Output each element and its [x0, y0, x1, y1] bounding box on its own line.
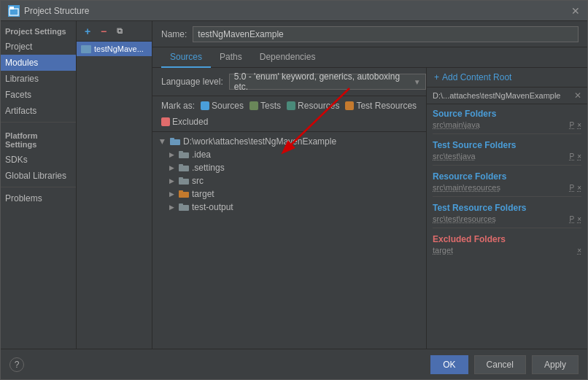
- file-tree[interactable]: ▶ D:\work\attaches\testNgMavenExample ▶ …: [152, 132, 426, 349]
- add-module-button[interactable]: +: [81, 25, 94, 38]
- excluded-folders-section: Excluded Folders target ×: [427, 230, 587, 257]
- excluded-remove-button[interactable]: ×: [577, 247, 581, 255]
- test-resource-remove-button[interactable]: ×: [577, 215, 581, 223]
- tab-dependencies[interactable]: Dependencies: [251, 47, 325, 68]
- svg-rect-9: [179, 177, 183, 179]
- sidebar-item-facets[interactable]: Facets: [1, 87, 76, 103]
- resource-folders-section: Resource Folders src\main\resources P ×: [427, 167, 587, 195]
- chevron-down-icon: ▼: [414, 78, 421, 86]
- mark-as-row: Mark as: Sources Tests Res: [152, 96, 426, 132]
- ok-button[interactable]: OK: [430, 355, 468, 374]
- test-resource-p-button[interactable]: P: [569, 215, 574, 223]
- sidebar-item-artifacts[interactable]: Artifacts: [1, 103, 76, 119]
- sidebar-item-modules[interactable]: Modules: [1, 55, 76, 71]
- test-source-folders-section: Test Source Folders src\test\java P ×: [427, 136, 587, 163]
- mark-resources-tag[interactable]: Resources: [287, 101, 339, 111]
- close-button[interactable]: ✕: [571, 6, 580, 16]
- mark-excluded-label: Excluded: [172, 117, 208, 127]
- tree-item-test-output[interactable]: ▶ test-output: [152, 201, 426, 214]
- name-label: Name:: [161, 29, 187, 39]
- tree-test-output-label: test-output: [192, 202, 233, 212]
- root-expand-arrow: ▶: [158, 137, 167, 146]
- svg-rect-3: [170, 138, 174, 140]
- bottom-bar: ? OK Cancel Apply: [1, 349, 587, 379]
- tree-item-src[interactable]: ▶ src: [152, 174, 426, 187]
- section-sep-3: [433, 196, 581, 197]
- content-area: Project Settings Project Modules Librari…: [1, 21, 587, 349]
- resource-remove-button[interactable]: ×: [577, 184, 581, 192]
- svg-rect-8: [179, 179, 189, 185]
- name-row: Name:: [152, 21, 587, 47]
- add-content-root-label: Add Content Root: [442, 72, 511, 82]
- test-resource-folders-title: Test Resource Folders: [433, 203, 581, 213]
- tree-item-idea[interactable]: ▶ .idea: [152, 148, 426, 161]
- target-expand-arrow: ▶: [167, 190, 176, 198]
- cancel-button[interactable]: Cancel: [474, 355, 526, 374]
- test-source-remove-button[interactable]: ×: [577, 152, 581, 160]
- resource-folders-title: Resource Folders: [433, 171, 581, 182]
- tab-content-wrapper: Language level: 5.0 - 'enum' keyword, ge…: [152, 68, 587, 349]
- root-folder-icon: [170, 137, 180, 146]
- tests-dot-icon: [249, 101, 258, 110]
- name-input[interactable]: [193, 26, 579, 42]
- bottom-right: OK Cancel Apply: [430, 355, 579, 374]
- source-folders-title: Source Folders: [433, 109, 581, 119]
- source-remove-button[interactable]: ×: [577, 121, 581, 129]
- title-bar-left: Project Structure: [8, 5, 89, 17]
- sidebar-item-global-libraries[interactable]: Global Libraries: [1, 168, 76, 184]
- tab-paths[interactable]: Paths: [211, 47, 251, 68]
- test-resource-actions: P ×: [569, 215, 581, 223]
- copy-module-button[interactable]: ⧉: [113, 25, 126, 38]
- tree-item-target[interactable]: ▶ target: [152, 187, 426, 201]
- resource-folders-path: src\main\resources P ×: [433, 183, 581, 192]
- remove-module-button[interactable]: −: [97, 25, 110, 38]
- svg-rect-5: [179, 151, 183, 153]
- tree-idea-label: .idea: [192, 150, 211, 160]
- test-output-folder-icon: [179, 203, 189, 212]
- test-source-p-button[interactable]: P: [569, 152, 574, 160]
- right-panel-path: D:\...attaches\testNgMavenExample: [433, 91, 574, 100]
- mark-test-resources-tag[interactable]: Test Resources: [345, 101, 417, 111]
- mark-tests-tag[interactable]: Tests: [249, 101, 281, 111]
- svg-rect-0: [9, 9, 18, 15]
- sidebar-item-problems[interactable]: Problems: [1, 190, 76, 206]
- add-content-root-button[interactable]: + Add Content Root: [427, 68, 587, 88]
- sidebar-item-libraries[interactable]: Libraries: [1, 71, 76, 87]
- svg-rect-10: [179, 192, 189, 198]
- sidebar-item-project[interactable]: Project: [1, 39, 76, 55]
- dialog-title: Project Structure: [24, 6, 89, 16]
- module-list-area: + − ⧉ testNgMave...: [77, 21, 152, 349]
- mark-sources-tag[interactable]: Sources: [201, 101, 244, 111]
- mark-excluded-tag[interactable]: Excluded: [161, 117, 208, 127]
- settings-expand-arrow: ▶: [167, 163, 176, 172]
- help-button[interactable]: ?: [9, 357, 24, 372]
- tabs-row: Sources Paths Dependencies: [152, 47, 587, 68]
- svg-rect-1: [9, 7, 14, 9]
- src-folder-icon: [179, 177, 189, 185]
- tree-item-settings[interactable]: ▶ .settings: [152, 161, 426, 174]
- mark-sources-label: Sources: [212, 101, 244, 111]
- language-select[interactable]: 5.0 - 'enum' keyword, generics, autoboxi…: [229, 74, 426, 90]
- project-structure-dialog: Project Structure ✕ Project Settings Pro…: [0, 0, 588, 380]
- language-row: Language level: 5.0 - 'enum' keyword, ge…: [152, 68, 426, 96]
- apply-button[interactable]: Apply: [532, 355, 579, 374]
- test-source-actions: P ×: [569, 152, 581, 160]
- source-folders-path: src\main\java P ×: [433, 120, 581, 129]
- project-settings-header: Project Settings: [1, 21, 76, 39]
- resources-dot-icon: [287, 101, 295, 110]
- mark-as-label: Mark as:: [161, 101, 195, 111]
- tree-root-item[interactable]: ▶ D:\work\attaches\testNgMavenExample: [152, 135, 426, 148]
- language-label: Language level:: [161, 77, 223, 87]
- plus-icon: +: [434, 72, 439, 82]
- module-folder-icon: [81, 45, 91, 53]
- source-p-button[interactable]: P: [569, 121, 574, 129]
- idea-expand-arrow: ▶: [167, 150, 176, 159]
- dialog-icon: [8, 5, 20, 17]
- tab-sources[interactable]: Sources: [161, 47, 211, 68]
- sources-left: Language level: 5.0 - 'enum' keyword, ge…: [152, 68, 427, 349]
- resource-p-button[interactable]: P: [569, 184, 574, 192]
- right-panel-close-button[interactable]: ✕: [574, 90, 581, 101]
- module-list-item[interactable]: testNgMave...: [77, 42, 152, 56]
- sidebar-item-sdks[interactable]: SDKs: [1, 152, 76, 168]
- test-source-folders-title: Test Source Folders: [433, 140, 581, 150]
